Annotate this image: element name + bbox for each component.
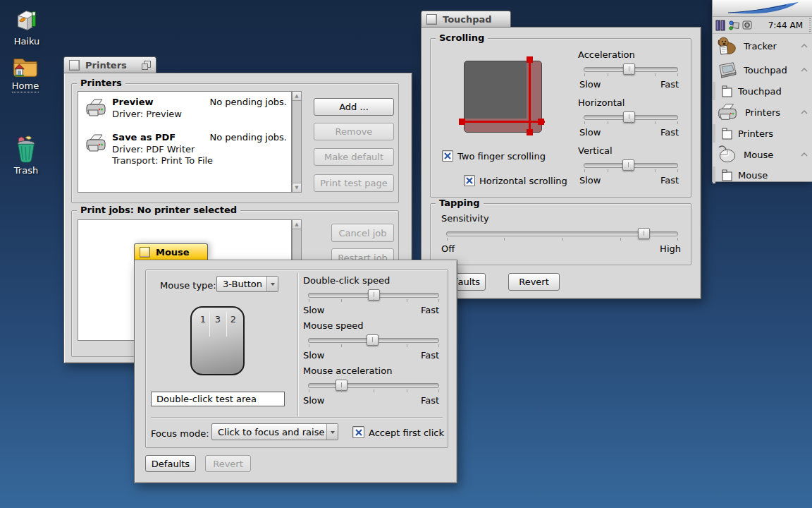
max-label: Fast: [660, 127, 679, 138]
deskbar-window-printers[interactable]: Printers: [713, 124, 812, 143]
check-x-icon: [444, 152, 451, 159]
tray-drag-handle[interactable]: [809, 18, 811, 32]
collapse-arrow-icon[interactable]: [801, 110, 808, 114]
scroll-up-icon[interactable]: ▲: [293, 220, 301, 229]
mouse-button-3[interactable]: 3: [211, 314, 224, 325]
desktop-icon-home[interactable]: Home: [2, 54, 49, 92]
collapse-arrow-icon[interactable]: [801, 152, 808, 157]
mouse-button-1[interactable]: 1: [197, 314, 209, 325]
slider-tick: [608, 121, 608, 124]
mouse-defaults-button[interactable]: Defaults: [145, 455, 196, 472]
slider-tick: [631, 169, 632, 172]
deskbar-app-printers[interactable]: Printers: [713, 100, 812, 124]
test-area-text: Double-click test area: [156, 394, 257, 404]
make-default-button[interactable]: Make default: [314, 148, 394, 166]
two-finger-scrolling-checkbox[interactable]: [442, 150, 453, 162]
desktop-icon-label: Home: [12, 80, 39, 92]
touchpad-revert-button[interactable]: Revert: [508, 273, 560, 291]
acceleration-slider[interactable]: [584, 64, 678, 78]
printer-name[interactable]: Save as PDF: [112, 132, 176, 143]
zoom-button[interactable]: [142, 61, 151, 70]
vertical-divider: [297, 273, 298, 416]
horizontal-scroll-divider[interactable]: [460, 121, 545, 123]
accept-first-click-checkbox[interactable]: [352, 426, 364, 438]
vertical-slider[interactable]: [584, 159, 678, 174]
horizontal-scrolling-checkbox[interactable]: [464, 175, 475, 186]
horizontal-scrolling-label: Horizontal scrolling: [479, 176, 567, 186]
touchpad-scroll-area-preview[interactable]: [464, 61, 542, 133]
printer-list[interactable]: Preview No pending jobs. Driver: Preview…: [78, 91, 292, 193]
scroll-up-icon[interactable]: ▲: [293, 92, 301, 101]
slider-thumb[interactable]: [623, 64, 635, 75]
deskbar-window-mouse[interactable]: Mouse: [713, 167, 812, 183]
slider-tick: [608, 169, 608, 172]
remove-printer-button[interactable]: Remove: [314, 123, 394, 140]
slider-thumb[interactable]: [638, 228, 650, 239]
close-button[interactable]: [426, 14, 437, 25]
slider-thumb[interactable]: [622, 159, 634, 171]
desktop-icon-trash[interactable]: Trash: [3, 134, 49, 176]
slider-tick: [655, 73, 656, 76]
desktop-icon-haiku[interactable]: Haiku: [4, 8, 50, 47]
sensitivity-slider[interactable]: [446, 228, 678, 242]
deskbar-window-label: Mouse: [738, 170, 768, 181]
add-printer-button[interactable]: Add ...: [314, 98, 394, 116]
deskbar-app-touchpad[interactable]: Touchpad: [713, 58, 812, 82]
close-button[interactable]: [69, 60, 80, 71]
min-label: Slow: [303, 305, 324, 315]
mouse-revert-button[interactable]: Revert: [205, 455, 251, 472]
close-button[interactable]: [140, 247, 150, 258]
deskbar-app-label: Printers: [745, 107, 780, 118]
mouse-illustration[interactable]: 1 3 2: [190, 306, 245, 375]
slider-thumb[interactable]: [367, 334, 379, 346]
horizontal-slider[interactable]: [584, 111, 678, 126]
print-test-page-button[interactable]: Print test page: [314, 174, 394, 192]
network-status-icon[interactable]: [728, 20, 740, 31]
touchpad-window: Scrolling Two finger scrolling Horizonta…: [421, 27, 701, 299]
printer-status: No pending jobs.: [209, 132, 287, 143]
deskbar-window-touchpad[interactable]: Touchpad: [713, 82, 812, 100]
scroll-handle-left[interactable]: [459, 119, 465, 125]
printers-window-tab[interactable]: Printers: [63, 56, 156, 73]
focus-mode-dropdown[interactable]: Click to focus and raise: [211, 423, 338, 440]
window-doc-icon: [722, 128, 732, 140]
mouse-acceleration-slider[interactable]: [308, 380, 439, 394]
process-controller-icon[interactable]: [715, 20, 726, 31]
scroll-handle-bottom[interactable]: [527, 129, 533, 135]
touchpad-window-tab[interactable]: Touchpad: [421, 11, 511, 27]
scroll-handle-right[interactable]: [538, 119, 544, 125]
mouse-icon: [716, 145, 737, 164]
slider-tick: [309, 344, 309, 347]
clock[interactable]: 7:44 AM: [768, 20, 806, 30]
double-click-speed-slider[interactable]: [308, 289, 439, 303]
deskbar-app-label: Touchpad: [744, 65, 787, 75]
deskbar-menu-button[interactable]: [713, 0, 812, 17]
cancel-job-button[interactable]: Cancel job: [331, 224, 394, 242]
deskbar-app-mouse[interactable]: Mouse: [713, 143, 812, 167]
collapse-arrow-icon[interactable]: [801, 68, 808, 72]
printer-list-scrollbar[interactable]: ▲ ▼: [292, 91, 302, 193]
printer-icon: [84, 133, 108, 154]
mouse-button-2[interactable]: 2: [227, 314, 240, 325]
slider-endpoints: Slow Fast: [303, 350, 439, 361]
tracker-dog-icon: [716, 35, 737, 56]
slider-tick: [374, 299, 374, 302]
min-label: Slow: [579, 79, 601, 90]
printer-name[interactable]: Preview: [112, 97, 154, 107]
slider-tick: [584, 73, 585, 76]
scroll-down-icon[interactable]: ▼: [293, 183, 301, 192]
double-click-test-area[interactable]: Double-click test area: [151, 392, 285, 406]
deskbar-app-tracker[interactable]: Tracker: [713, 34, 812, 58]
slider-tick: [341, 344, 342, 347]
slider-tick: [677, 73, 678, 76]
collapse-arrow-icon[interactable]: [801, 44, 808, 48]
mouse-window-tab[interactable]: Mouse: [134, 243, 208, 260]
mouse-type-dropdown[interactable]: 3-Button: [216, 276, 278, 292]
mouse-speed-slider[interactable]: [308, 334, 439, 349]
scroll-handle-top[interactable]: [527, 56, 533, 63]
min-label: Off: [441, 243, 455, 254]
slider-tick: [608, 73, 608, 76]
mouse-type-label: Mouse type:: [160, 280, 216, 291]
volume-icon[interactable]: [742, 20, 753, 30]
slider-thumb[interactable]: [623, 111, 635, 123]
